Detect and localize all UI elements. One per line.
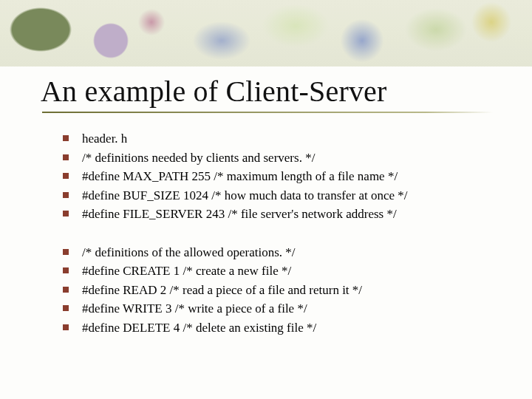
list-item: /* definitions of the allowed operations… — [63, 243, 502, 262]
list-item: #define WRITE 3 /* write a piece of a fi… — [63, 299, 502, 318]
bullet-group-2: /* definitions of the allowed operations… — [41, 243, 502, 338]
slide-content: An example of Client-Server header. h /*… — [41, 74, 502, 356]
title-underline — [42, 112, 493, 113]
list-item: #define DELETE 4 /* delete an existing f… — [63, 318, 502, 338]
list-item: #define MAX_PATH 255 /* maximum length o… — [63, 167, 502, 186]
bullet-group-1: header. h /* definitions needed by clien… — [41, 129, 502, 224]
list-item: #define BUF_SIZE 1024 /* how much data t… — [63, 186, 502, 205]
list-item: #define READ 2 /* read a piece of a file… — [63, 281, 502, 300]
list-item: #define CREATE 1 /* create a new file */ — [63, 262, 502, 281]
list-item: /* definitions needed by clients and ser… — [63, 149, 502, 168]
list-item: header. h — [63, 129, 502, 149]
list-item: #define FILE_SERVER 243 /* file server's… — [63, 205, 502, 224]
slide-title: An example of Client-Server — [41, 74, 502, 109]
decorative-banner — [0, 0, 532, 66]
